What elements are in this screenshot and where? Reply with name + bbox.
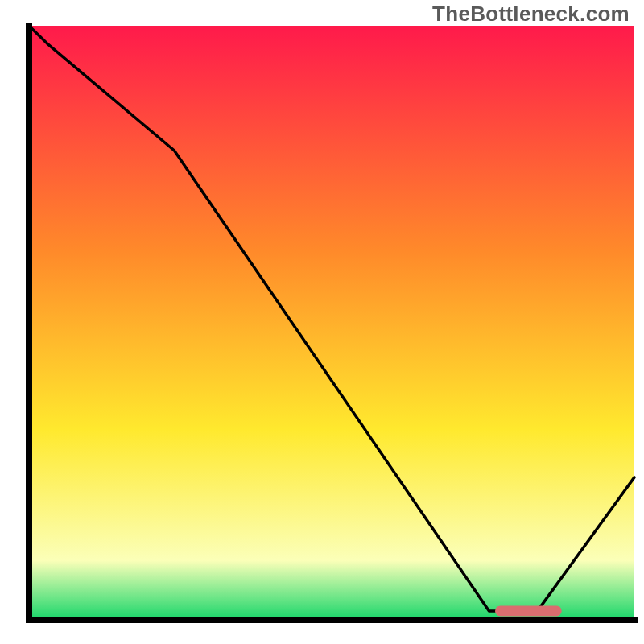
plot-background [29, 26, 634, 620]
bottleneck-chart [0, 0, 644, 644]
chart-container: TheBottleneck.com [0, 0, 644, 644]
watermark-text: TheBottleneck.com [432, 2, 630, 27]
optimal-range-marker [495, 605, 562, 616]
